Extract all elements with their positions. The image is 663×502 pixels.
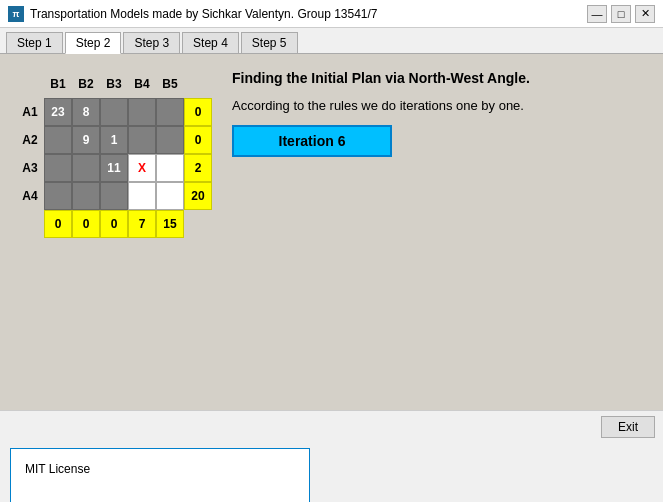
row-label-a3: A3	[16, 154, 44, 182]
cell-a4-b1	[44, 182, 72, 210]
demand-b5: 15	[156, 210, 184, 238]
right-panel: Finding the Initial Plan via North-West …	[232, 70, 647, 394]
cell-a2-b1	[44, 126, 72, 154]
cell-a1-b1: 23	[44, 98, 72, 126]
title-controls[interactable]: — □ ✕	[587, 5, 655, 23]
row-label-a2: A2	[16, 126, 44, 154]
tab-step1[interactable]: Step 1	[6, 32, 63, 53]
footer-bar: Exit	[0, 410, 663, 442]
cell-a1-b5	[156, 98, 184, 126]
title-left: π Transportation Models made by Sichkar …	[8, 6, 378, 22]
grid-row-a2: A2 9 1 0	[16, 126, 212, 154]
demand-b1: 0	[44, 210, 72, 238]
cell-a2-b2: 9	[72, 126, 100, 154]
heading: Finding the Initial Plan via North-West …	[232, 70, 647, 86]
window-title: Transportation Models made by Sichkar Va…	[30, 7, 378, 21]
cell-a4-b3	[100, 182, 128, 210]
cell-a2-b3: 1	[100, 126, 128, 154]
license-box: MIT License Copyright (c) 2017 Valentyn …	[10, 448, 310, 502]
cell-a2-b5	[156, 126, 184, 154]
col-header-b5: B5	[156, 70, 184, 98]
grid-row-a1: A1 23 8 0	[16, 98, 212, 126]
maximize-button[interactable]: □	[611, 5, 631, 23]
cell-a3-b4: X	[128, 154, 156, 182]
demand-b2: 0	[72, 210, 100, 238]
supply-a1: 0	[184, 98, 212, 126]
close-button[interactable]: ✕	[635, 5, 655, 23]
tab-step2[interactable]: Step 2	[65, 32, 122, 54]
exit-button[interactable]: Exit	[601, 416, 655, 438]
cell-a3-b1	[44, 154, 72, 182]
app-icon: π	[8, 6, 24, 22]
grid-row-a4: A4 20	[16, 182, 212, 210]
iteration-button[interactable]: Iteration 6	[232, 125, 392, 157]
description: According to the rules we do iterations …	[232, 98, 647, 113]
row-label-a1: A1	[16, 98, 44, 126]
cell-a2-b4	[128, 126, 156, 154]
tabs-bar: Step 1 Step 2 Step 3 Step 4 Step 5	[0, 28, 663, 54]
license-line1: MIT License	[25, 459, 295, 479]
col-header-b2: B2	[72, 70, 100, 98]
cell-a4-b2	[72, 182, 100, 210]
tab-step5[interactable]: Step 5	[241, 32, 298, 53]
title-bar: π Transportation Models made by Sichkar …	[0, 0, 663, 28]
demand-b4: 7	[128, 210, 156, 238]
left-panel: B1 B2 B3 B4 B5 A1 23 8 0	[16, 70, 212, 394]
col-header-b1: B1	[44, 70, 72, 98]
demand-row: 0 0 0 7 15	[44, 210, 212, 238]
tab-step3[interactable]: Step 3	[123, 32, 180, 53]
grid-container: B1 B2 B3 B4 B5 A1 23 8 0	[16, 70, 212, 238]
tab-step4[interactable]: Step 4	[182, 32, 239, 53]
col-header-b4: B4	[128, 70, 156, 98]
cell-a3-b2	[72, 154, 100, 182]
cell-a1-b4	[128, 98, 156, 126]
supply-a4: 20	[184, 182, 212, 210]
minimize-button[interactable]: —	[587, 5, 607, 23]
cell-a3-b3: 11	[100, 154, 128, 182]
cell-a3-b5	[156, 154, 184, 182]
cell-a4-b4	[128, 182, 156, 210]
grid-header-row: B1 B2 B3 B4 B5	[44, 70, 212, 98]
supply-a2: 0	[184, 126, 212, 154]
main-area: B1 B2 B3 B4 B5 A1 23 8 0	[0, 54, 663, 410]
cell-a4-b5	[156, 182, 184, 210]
cell-a1-b3	[100, 98, 128, 126]
content-panel: B1 B2 B3 B4 B5 A1 23 8 0	[10, 64, 653, 400]
cell-a1-b2: 8	[72, 98, 100, 126]
supply-a3: 2	[184, 154, 212, 182]
grid-row-a3: A3 11 X 2	[16, 154, 212, 182]
demand-b3: 0	[100, 210, 128, 238]
row-label-a4: A4	[16, 182, 44, 210]
col-header-b3: B3	[100, 70, 128, 98]
